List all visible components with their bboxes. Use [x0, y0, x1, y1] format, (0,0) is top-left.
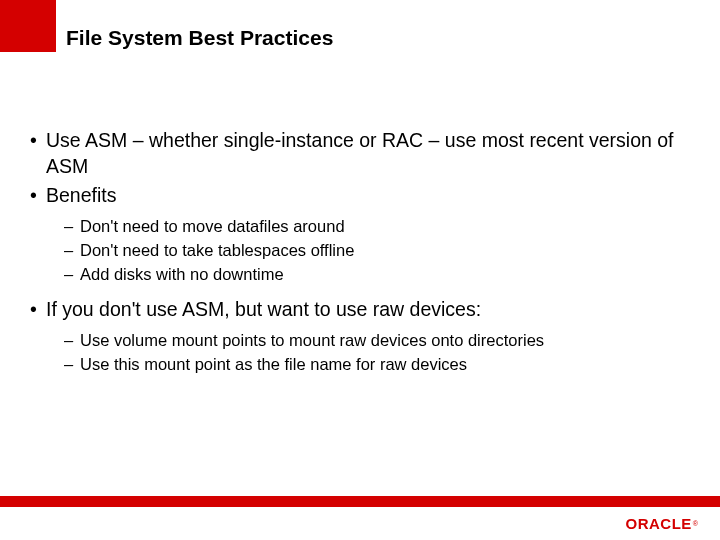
bullet-item: If you don't use ASM, but want to use ra…	[28, 297, 680, 377]
bullet-list: Use ASM – whether single-instance or RAC…	[28, 128, 680, 377]
sub-bullet-text: Don't need to move datafiles around	[80, 217, 345, 235]
sub-bullet-item: Use volume mount points to mount raw dev…	[64, 329, 680, 353]
bullet-item: Use ASM – whether single-instance or RAC…	[28, 128, 680, 179]
sub-bullet-item: Add disks with no downtime	[64, 263, 680, 287]
sub-bullet-text: Add disks with no downtime	[80, 265, 284, 283]
oracle-logo: ORACLE®	[625, 515, 698, 532]
sub-bullet-text: Use volume mount points to mount raw dev…	[80, 331, 544, 349]
sub-bullet-item: Use this mount point as the file name fo…	[64, 353, 680, 377]
sub-bullet-item: Don't need to take tablespaces offline	[64, 239, 680, 263]
bullet-text: If you don't use ASM, but want to use ra…	[46, 298, 481, 320]
sub-bullet-text: Use this mount point as the file name fo…	[80, 355, 467, 373]
sub-bullet-text: Don't need to take tablespaces offline	[80, 241, 354, 259]
slide-content: Use ASM – whether single-instance or RAC…	[28, 128, 680, 387]
sub-bullet-list: Use volume mount points to mount raw dev…	[64, 329, 680, 377]
slide-title: File System Best Practices	[66, 26, 333, 50]
sub-bullet-list: Don't need to move datafiles around Don'…	[64, 215, 680, 287]
bullet-text: Use ASM – whether single-instance or RAC…	[46, 129, 674, 177]
bullet-item: Benefits Don't need to move datafiles ar…	[28, 183, 680, 287]
bullet-text: Benefits	[46, 184, 116, 206]
registered-mark: ®	[693, 520, 698, 527]
logo-text: ORACLE	[625, 515, 691, 532]
footer-bar	[0, 496, 720, 507]
slide: File System Best Practices Use ASM – whe…	[0, 0, 720, 540]
sub-bullet-item: Don't need to move datafiles around	[64, 215, 680, 239]
brand-corner-block	[0, 0, 56, 52]
